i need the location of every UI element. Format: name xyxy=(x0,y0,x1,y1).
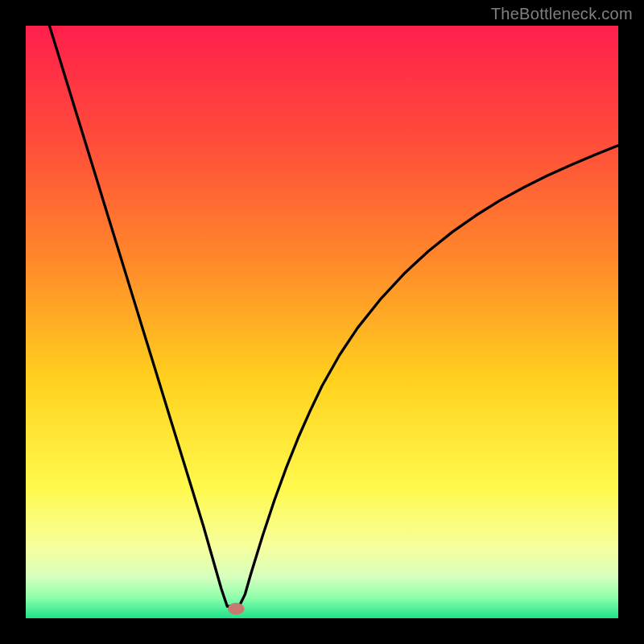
chart-svg xyxy=(26,26,618,618)
chart-frame: TheBottleneck.com xyxy=(0,0,644,644)
notch-marker xyxy=(228,603,245,615)
gradient-background xyxy=(26,26,618,618)
watermark-text: TheBottleneck.com xyxy=(491,5,633,23)
